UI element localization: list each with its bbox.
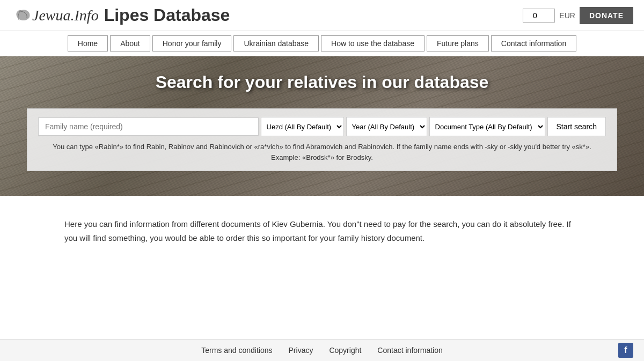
footer: Terms and conditions Privacy Copyright C… [0,339,644,361]
start-search-button[interactable]: Start search [547,117,606,136]
nav-item-home[interactable]: Home [68,35,108,51]
hero-section: Search for your relatives in our databas… [0,56,644,196]
nav-item-future[interactable]: Future plans [427,35,489,51]
nav-item-howto[interactable]: How to use the database [321,35,425,51]
donate-area: EUR DONATE [523,7,633,24]
footer-link-privacy[interactable]: Privacy [289,346,313,355]
hero-content: Search for your relatives in our databas… [0,56,644,171]
doctype-select[interactable]: Document Type (All By Default) [429,117,545,136]
footer-link-copyright[interactable]: Copyright [329,346,361,355]
nav-item-honor[interactable]: Honor your family [152,35,232,51]
site-title: Lipes Database [104,5,230,25]
nav-item-about[interactable]: About [110,35,150,51]
logo-leaf-icon [11,8,32,24]
uezd-select[interactable]: Uezd (All By Default) [261,117,344,136]
donate-button[interactable]: DONATE [580,7,633,24]
donate-amount-input[interactable] [523,9,555,23]
nav-item-contact[interactable]: Contact information [491,35,576,51]
logo-area: Jewua.Info Lipes Database [11,5,230,25]
search-box: Uezd (All By Default) Year (All By Defau… [27,108,617,171]
facebook-icon[interactable]: f [618,343,633,358]
footer-link-terms[interactable]: Terms and conditions [201,346,272,355]
footer-link-contact[interactable]: Contact information [377,346,442,355]
logo-text: Jewua.Info [32,7,99,24]
currency-label: EUR [559,11,575,20]
main-description: Here you can find information from diffe… [64,217,580,245]
nav-item-ukrainian[interactable]: Ukrainian database [233,35,319,51]
main-content: Here you can find information from diffe… [0,196,644,266]
search-row: Uezd (All By Default) Year (All By Defau… [38,117,606,136]
header: Jewua.Info Lipes Database EUR DONATE [0,0,644,31]
search-hint: You can type «Rabin*» to find Rabin, Rab… [38,142,606,163]
year-select[interactable]: Year (All By Default) [346,117,427,136]
family-name-input[interactable] [38,117,259,136]
hero-title: Search for your relatives in our databas… [156,72,489,92]
nav-bar: Home About Honor your family Ukrainian d… [0,31,644,56]
